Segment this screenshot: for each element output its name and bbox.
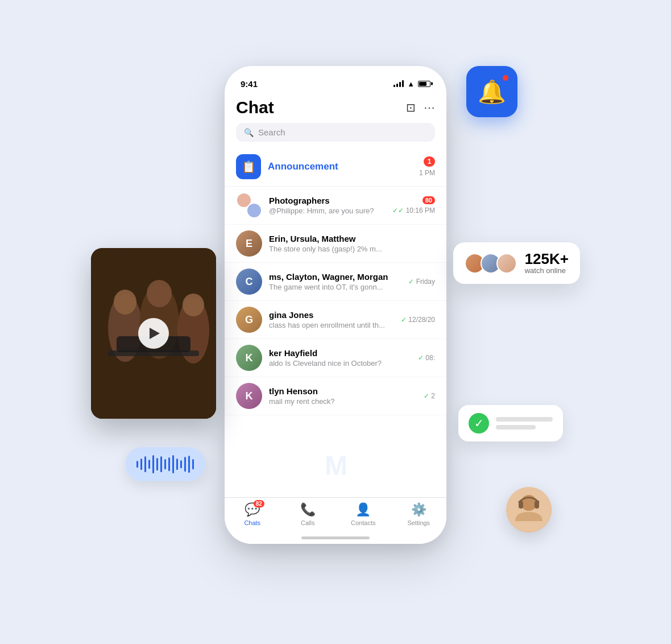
watch-label: watch online <box>525 266 569 275</box>
wave-bar <box>168 457 170 471</box>
chat-row[interactable]: C ms, Clayton, Wagner, Morgan The game w… <box>225 263 446 301</box>
chat-row[interactable]: Photographers @Philippe: Hmm, are you su… <box>225 187 446 225</box>
check-lines <box>496 417 553 430</box>
chat-preview: @Philippe: Hmm, are you sure? <box>269 207 392 215</box>
wave-bar <box>144 456 146 472</box>
status-time: 9:41 <box>241 79 258 89</box>
chat-row[interactable]: E Erin, Ursula, Matthew The store only h… <box>225 225 446 263</box>
wave-bar <box>176 459 178 470</box>
chat-avatar: K <box>236 345 262 371</box>
chat-name: Photographers <box>269 196 392 205</box>
chat-name: Erin, Ursula, Matthew <box>269 234 435 243</box>
tab-chats[interactable]: 💬 82 Chats <box>225 502 280 526</box>
calls-tab-icon: 📞 <box>300 502 315 517</box>
search-placeholder: Search <box>258 127 285 137</box>
wave-bar <box>136 461 138 468</box>
tab-contacts[interactable]: 👤 Contacts <box>336 502 391 526</box>
settings-tab-label: Settings <box>407 519 430 526</box>
chat-right: ✓ 12/28/20 <box>401 316 435 324</box>
video-card <box>91 248 216 419</box>
wave-bar <box>152 455 154 473</box>
wave-bar <box>140 459 142 470</box>
watch-avatars <box>465 253 517 274</box>
chat-preview: The game went into OT, it's gonn... <box>269 283 408 291</box>
check-bubble: ✓ <box>458 405 563 441</box>
group-avatar <box>236 192 262 218</box>
wave-bar <box>172 455 174 473</box>
bell-icon: 🔔 <box>478 79 506 105</box>
chat-list: 📋 Announcement 1 1 PM Photographers <box>225 147 446 497</box>
watch-count: 125K+ <box>525 251 569 266</box>
battery-icon <box>418 81 430 87</box>
chat-time: ✓ 2 <box>424 392 435 400</box>
announcement-row[interactable]: 📋 Announcement 1 1 PM <box>225 147 446 187</box>
status-icons: ▲ <box>394 80 430 88</box>
svg-point-2 <box>114 290 136 315</box>
chat-row[interactable]: K ker Hayfield aldo Is Cleveland nice in… <box>225 339 446 377</box>
more-icon[interactable]: ⋯ <box>424 101 435 114</box>
logo-watermark: M <box>325 450 346 481</box>
contacts-tab-label: Contacts <box>351 519 375 526</box>
chat-time: ✓ Friday <box>408 278 435 286</box>
phone-frame: 9:41 ▲ Chat ⊡ <box>225 66 446 544</box>
chat-time: ✓ 08: <box>418 354 435 362</box>
wave-bar <box>148 460 150 469</box>
notification-dot <box>502 74 510 82</box>
play-button[interactable] <box>138 318 169 349</box>
announcement-icon: 📋 <box>236 154 261 179</box>
wave-bar <box>192 459 194 469</box>
watch-info: 125K+ watch online <box>525 251 569 275</box>
chat-avatar: G <box>236 307 262 333</box>
chat-content: tlyn Henson mail my rent check? <box>269 386 424 406</box>
chat-preview: class has open enrollment until th... <box>269 321 401 329</box>
chat-row[interactable]: K tlyn Henson mail my rent check? ✓ 2 <box>225 377 446 415</box>
chat-content: ms, Clayton, Wagner, Morgan The game wen… <box>269 272 408 291</box>
watch-avatar <box>496 253 517 274</box>
wifi-icon: ▲ <box>407 80 415 88</box>
check-line-long <box>496 417 553 422</box>
chat-content: Photographers @Philippe: Hmm, are you su… <box>269 196 392 215</box>
compose-icon[interactable]: ⊡ <box>406 101 416 114</box>
chat-name: ms, Clayton, Wagner, Morgan <box>269 272 408 282</box>
svg-point-4 <box>147 280 172 307</box>
chat-preview: mail my rent check? <box>269 397 424 406</box>
play-triangle-icon <box>150 328 160 339</box>
chat-avatar: K <box>236 383 262 409</box>
user-photo-bubble <box>506 487 552 532</box>
chat-name: ker Hayfield <box>269 348 418 358</box>
chats-tab-label: Chats <box>244 519 260 526</box>
search-icon: 🔍 <box>244 128 254 137</box>
chat-avatar: C <box>236 269 262 295</box>
chat-row[interactable]: G gina Jones class has open enrollment u… <box>225 301 446 339</box>
wave-bar <box>164 459 166 469</box>
chat-preview: aldo Is Cleveland nice in October? <box>269 359 418 368</box>
signal-icon <box>394 80 404 87</box>
tab-calls[interactable]: 📞 Calls <box>280 502 336 526</box>
calls-tab-label: Calls <box>301 519 314 526</box>
wave-bar <box>180 460 182 468</box>
chats-badge: 82 <box>254 500 264 507</box>
settings-tab-icon: ⚙️ <box>411 502 426 517</box>
notification-bell[interactable]: 🔔 <box>466 66 517 117</box>
watch-online-card: 125K+ watch online <box>453 242 580 284</box>
voice-message <box>125 447 205 481</box>
user-photo-svg <box>506 487 552 532</box>
svg-point-6 <box>183 294 204 316</box>
wave-bar <box>184 457 186 472</box>
search-bar[interactable]: 🔍 Search <box>236 123 435 142</box>
chat-right: ✓ Friday <box>408 278 435 286</box>
announcement-time: 1 PM <box>419 169 435 177</box>
chat-right: ✓ 2 <box>424 392 435 400</box>
chat-content: gina Jones class has open enrollment unt… <box>269 310 401 329</box>
chat-content: ker Hayfield aldo Is Cleveland nice in O… <box>269 348 418 368</box>
chat-time: ✓ 12/28/20 <box>401 316 435 324</box>
chat-name: gina Jones <box>269 310 401 320</box>
chats-tab-icon: 💬 82 <box>245 502 260 517</box>
chat-content: Erin, Ursula, Matthew The store only has… <box>269 234 435 253</box>
tab-settings[interactable]: ⚙️ Settings <box>391 502 447 526</box>
header-icons: ⊡ ⋯ <box>406 101 435 114</box>
chat-right: 80 ✓✓ 10:16 PM <box>392 196 435 214</box>
chat-right: ✓ 08: <box>418 354 435 362</box>
wave-bar <box>188 456 190 473</box>
contacts-tab-icon: 👤 <box>356 502 371 517</box>
